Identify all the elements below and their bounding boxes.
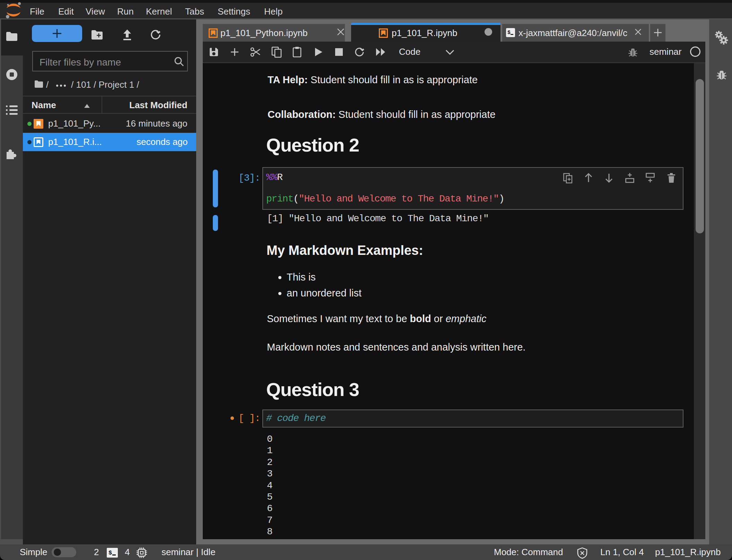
svg-text:$: $	[108, 550, 112, 556]
svg-text:$: $	[507, 30, 511, 36]
